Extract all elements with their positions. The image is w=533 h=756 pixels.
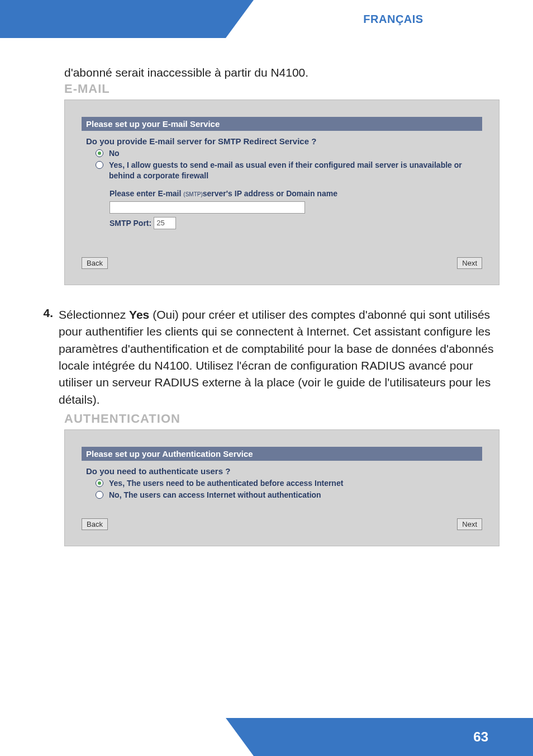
step-number: 4. [34,306,53,409]
back-button[interactable]: Back [82,257,108,269]
auth-option-no-label: No, The users can access Internet withou… [109,490,321,500]
email-section-label: E-MAIL [34,82,499,96]
email-panel-inner: Please set up your E-mail Service Do you… [65,100,499,240]
auth-option-yes[interactable]: Yes, The users need to be authenticated … [82,478,482,489]
email-option-yes[interactable]: Yes, I allow guests to send e-mail as us… [82,160,482,181]
footer-left [0,718,254,756]
step-text-bold: Yes [129,308,149,321]
header-accent [0,0,254,38]
smtp-server-input[interactable] [110,201,305,214]
smtp-prompt-prefix: Please enter E-mail [110,189,183,198]
step-text-pre: Sélectionnez [59,308,129,321]
page-content: d'abonné serait inaccessible à partir du… [0,38,533,546]
smtp-prompt-suffix: server's IP address or Domain name [203,189,337,198]
auth-section-label: AUTHENTICATION [34,412,499,426]
smtp-port-row: SMTP Port: [82,217,482,229]
email-option-no-label: No [109,148,120,159]
smtp-port-label: SMTP Port: [110,219,151,228]
auth-button-row: Back Next [65,518,499,546]
footer-accent: 63 [254,718,533,756]
footer-bar: 63 [0,718,533,756]
header-language-area: FRANÇAIS [254,0,533,38]
smtp-port-input[interactable] [154,217,176,229]
auth-question: Do you need to authenticate users ? [82,466,482,476]
back-button[interactable]: Back [82,518,108,530]
step-4: 4. Sélectionnez Yes (Oui) pour créer et … [34,306,499,409]
radio-icon[interactable] [96,479,103,487]
email-question: Do you provide E-mail server for SMTP Re… [82,136,482,146]
radio-icon[interactable] [96,491,103,499]
language-label: FRANÇAIS [363,13,423,26]
email-panel: Please set up your E-mail Service Do you… [64,100,499,285]
auth-option-no[interactable]: No, The users can access Internet withou… [82,490,482,500]
auth-panel-inner: Please set up your Authentication Servic… [65,430,499,513]
smtp-prompt-small: (SMTP) [183,191,202,197]
auth-option-yes-label: Yes, The users need to be authenticated … [109,478,343,489]
next-button[interactable]: Next [457,518,482,530]
smtp-server-prompt: Please enter E-mail (SMTP)server's IP ad… [82,189,482,198]
email-option-no[interactable]: No [82,148,482,159]
auth-panel: Please set up your Authentication Servic… [64,429,499,546]
page-number: 63 [473,729,488,745]
radio-icon[interactable] [96,149,103,157]
auth-panel-title: Please set up your Authentication Servic… [82,447,482,461]
next-button[interactable]: Next [457,257,482,269]
step-text-post: (Oui) pour créer et utiliser des comptes… [59,308,494,406]
email-option-yes-label: Yes, I allow guests to send e-mail as us… [109,160,482,181]
header-bar: FRANÇAIS [0,0,533,38]
email-panel-title: Please set up your E-mail Service [82,117,482,131]
radio-icon[interactable] [96,161,103,169]
email-button-row: Back Next [65,257,499,285]
intro-text: d'abonné serait inaccessible à partir du… [34,66,499,79]
step-text: Sélectionnez Yes (Oui) pour créer et uti… [59,306,499,409]
